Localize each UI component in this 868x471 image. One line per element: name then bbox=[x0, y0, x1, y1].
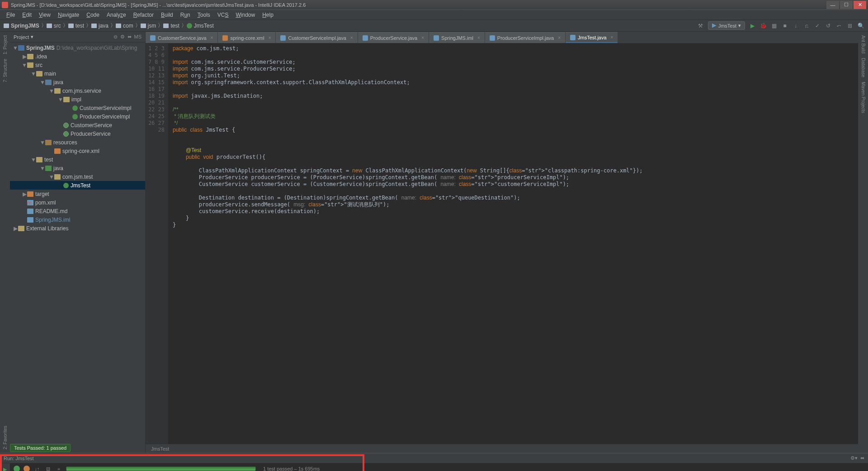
menu-code[interactable]: Code bbox=[83, 12, 103, 18]
editor-body[interactable]: 1 2 3 4 5 6 7 8 9 10 11 12 13 14 15 16 1… bbox=[146, 43, 858, 444]
editor-tab[interactable]: ProducerService.java× bbox=[358, 32, 429, 43]
crumb-class[interactable]: 〉JmsTest bbox=[181, 22, 214, 29]
structure-icon[interactable]: ⊞ bbox=[846, 22, 854, 29]
show-ignored-icon[interactable] bbox=[24, 466, 30, 471]
menu-view[interactable]: View bbox=[35, 12, 54, 18]
tree-ext[interactable]: ▶External Libraries bbox=[10, 224, 145, 233]
coverage-icon[interactable]: ▦ bbox=[770, 22, 778, 29]
menu-run[interactable]: Run bbox=[177, 12, 194, 18]
tree-test[interactable]: ▼test bbox=[10, 155, 145, 164]
tree-target[interactable]: ▶target bbox=[10, 190, 145, 198]
project-tree[interactable]: ▼SpringJMSD:\idea_workspace\GitLab\Sprin… bbox=[10, 43, 145, 453]
menu-refactor[interactable]: Refactor bbox=[130, 12, 157, 18]
tree-cs[interactable]: CustomerService bbox=[10, 121, 145, 129]
left-tool-strip: 1: Project 7: Structure 2: Favorites bbox=[0, 32, 10, 453]
strip-project[interactable]: 1: Project bbox=[3, 35, 8, 54]
tree-root[interactable]: ▼SpringJMSD:\idea_workspace\GitLab\Sprin… bbox=[10, 43, 145, 52]
editor-tab[interactable]: SpringJMS.iml× bbox=[429, 32, 485, 43]
menu-vcs[interactable]: VCS bbox=[214, 12, 232, 18]
strip-maven[interactable]: Maven Projects bbox=[861, 82, 866, 113]
menu-window[interactable]: Window bbox=[232, 12, 259, 18]
history-icon[interactable]: ↺ bbox=[825, 22, 832, 29]
tree-java1[interactable]: ▼java bbox=[10, 78, 145, 86]
tab-close-icon[interactable]: × bbox=[211, 35, 213, 40]
tree-src[interactable]: ▼src bbox=[10, 61, 145, 69]
tab-close-icon[interactable]: × bbox=[477, 35, 480, 40]
build-icon[interactable]: ⚒ bbox=[697, 22, 704, 29]
hide-icon[interactable]: ⬌ bbox=[860, 455, 864, 461]
editor-breadcrumb[interactable]: JmsTest bbox=[146, 444, 858, 453]
code[interactable]: package com.jsm.test; import com.jms.ser… bbox=[168, 43, 858, 444]
gear-icon[interactable]: ⚙ bbox=[120, 34, 125, 40]
crumb-java[interactable]: 〉java bbox=[86, 22, 108, 29]
crumb-testpkg[interactable]: 〉test bbox=[158, 22, 179, 29]
update-icon[interactable]: ↓ bbox=[792, 22, 799, 29]
menu-edit[interactable]: Edit bbox=[19, 12, 35, 18]
tab-close-icon[interactable]: × bbox=[558, 35, 561, 40]
gutter[interactable]: 1 2 3 4 5 6 7 8 9 10 11 12 13 14 15 16 1… bbox=[146, 43, 168, 444]
editor-tab[interactable]: JmsTest.java× bbox=[566, 32, 618, 43]
strip-favorites[interactable]: 2: Favorites bbox=[3, 426, 8, 449]
strip-db[interactable]: Database bbox=[861, 58, 866, 77]
expand-icon[interactable]: ⊟ bbox=[44, 465, 52, 471]
editor-tabs: CustomerService.java×spring-core.xml×Cus… bbox=[146, 32, 858, 43]
crumb-test[interactable]: 〉test bbox=[63, 22, 84, 29]
search-icon[interactable]: 🔍 bbox=[857, 22, 864, 29]
editor-tab[interactable]: ProducerServiceImpl.java× bbox=[485, 32, 565, 43]
tab-close-icon[interactable]: × bbox=[421, 35, 424, 40]
minimize-button[interactable]: — bbox=[826, 1, 839, 9]
tree-main[interactable]: ▼main bbox=[10, 69, 145, 78]
commit-icon[interactable]: ✓ bbox=[814, 22, 821, 29]
tab-close-icon[interactable]: × bbox=[350, 35, 353, 40]
revert-icon[interactable]: ⤺ bbox=[835, 22, 843, 29]
menu-tools[interactable]: Tools bbox=[194, 12, 214, 18]
tree-impl[interactable]: ▼impl bbox=[10, 95, 145, 104]
close-button[interactable]: ✕ bbox=[854, 1, 866, 9]
tree-resources[interactable]: ▼resources bbox=[10, 138, 145, 147]
vcs-icon[interactable]: ⎌ bbox=[803, 22, 810, 29]
editor-tab[interactable]: spring-core.xml× bbox=[218, 32, 275, 43]
sort-icon[interactable]: ↓↑ bbox=[33, 465, 41, 471]
crumb-root[interactable]: SpringJMS bbox=[4, 23, 39, 29]
tree-ps[interactable]: ProducerService bbox=[10, 129, 145, 138]
tree-jmstest[interactable]: JmsTest bbox=[10, 181, 145, 190]
tree-pom[interactable]: mpom.xml bbox=[10, 198, 145, 207]
collapse-icon[interactable]: ⊖ bbox=[113, 34, 118, 40]
crumb-com[interactable]: 〉com bbox=[110, 22, 133, 29]
stop-icon[interactable]: ■ bbox=[781, 22, 788, 29]
menu-help[interactable]: Help bbox=[259, 12, 277, 18]
tree-springxml[interactable]: spring-core.xml bbox=[10, 147, 145, 155]
tree-csi[interactable]: CustomerServiceImpl bbox=[10, 104, 145, 112]
crumb-src[interactable]: 〉src bbox=[41, 22, 61, 29]
menu-build[interactable]: Build bbox=[157, 12, 177, 18]
menu-navigate[interactable]: Navigate bbox=[54, 12, 83, 18]
tab-close-icon[interactable]: × bbox=[269, 35, 271, 40]
tree-psi[interactable]: ProducerServiceImpl bbox=[10, 112, 145, 121]
crumb-jsm[interactable]: 〉jsm bbox=[135, 22, 156, 29]
menu-file[interactable]: File bbox=[3, 12, 19, 18]
maximize-button[interactable]: ☐ bbox=[840, 1, 853, 9]
editor-tab[interactable]: CustomerService.java× bbox=[146, 32, 217, 43]
strip-structure[interactable]: 7: Structure bbox=[3, 59, 8, 82]
gear-icon[interactable]: ⚙▾ bbox=[850, 455, 858, 461]
run-icon[interactable]: ▶ bbox=[749, 22, 756, 29]
debug-icon[interactable]: 🐞 bbox=[760, 22, 767, 29]
arrow-icon bbox=[712, 24, 717, 28]
menu-analyze[interactable]: Analyze bbox=[103, 12, 130, 18]
show-passed-icon[interactable] bbox=[14, 466, 20, 471]
more-icon[interactable]: » bbox=[55, 465, 62, 471]
tree-readme[interactable]: README.md bbox=[10, 207, 145, 215]
tree-java2[interactable]: ▼java bbox=[10, 164, 145, 172]
crumb-label: com bbox=[123, 23, 133, 29]
tree-iml[interactable]: SpringJMS.iml bbox=[10, 215, 145, 224]
tree-pkg-service[interactable]: ▼com.jms.service bbox=[10, 86, 145, 95]
hide-icon[interactable]: ⬌ bbox=[127, 34, 132, 40]
tree-pkg-test[interactable]: ▼com.jsm.test bbox=[10, 172, 145, 181]
nav-bar: SpringJMS 〉src 〉test 〉java 〉com 〉jsm 〉te… bbox=[0, 20, 868, 32]
strip-ant[interactable]: Ant Build bbox=[861, 35, 866, 53]
rerun-icon[interactable]: ▶ bbox=[2, 466, 8, 471]
tab-close-icon[interactable]: × bbox=[611, 35, 613, 40]
editor-tab[interactable]: CustomerServiceImpl.java× bbox=[276, 32, 357, 43]
run-config-select[interactable]: JmsTest ▾ bbox=[708, 21, 745, 30]
tree-idea[interactable]: ▶.idea bbox=[10, 52, 145, 61]
